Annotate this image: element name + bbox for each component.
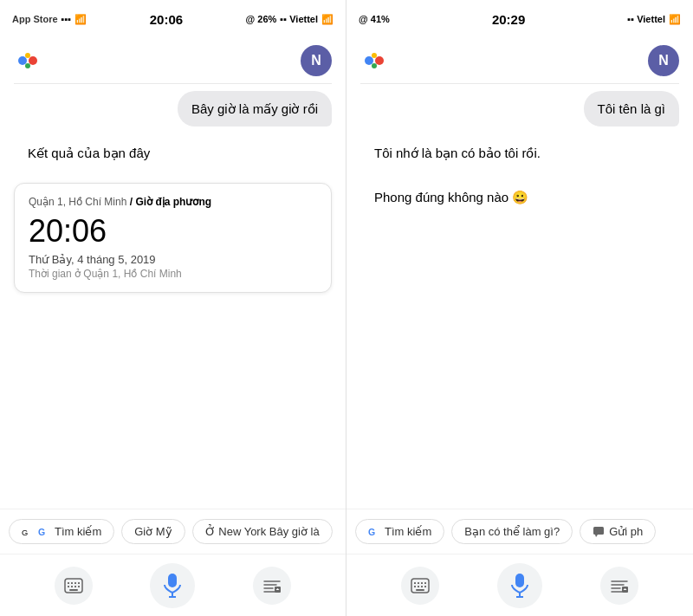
suggestion-label-feedback: Gửi ph: [609, 525, 643, 538]
bottom-bar-right: [346, 554, 693, 616]
user-message-row-right: Tôi tên là gì: [360, 91, 679, 126]
header-bar-right: N: [346, 38, 693, 83]
assistant-logo-right: [360, 47, 388, 75]
user-bubble-1: Bây giờ là mấy giờ rồi: [178, 91, 332, 126]
svg-marker-27: [595, 535, 598, 537]
svg-rect-16: [168, 574, 177, 587]
svg-rect-12: [71, 586, 73, 587]
svg-rect-11: [68, 586, 69, 587]
svg-rect-15: [69, 589, 78, 591]
carrier-label-right: ▪▪ Viettel: [627, 14, 665, 24]
status-bar-left: App Store ▪▪▪ 📶 20:06 @ 26% ▪▪ Viettel 📶: [0, 0, 346, 38]
panel-left: App Store ▪▪▪ 📶 20:06 @ 26% ▪▪ Viettel 📶…: [0, 0, 346, 616]
svg-rect-36: [424, 586, 426, 587]
suggestion-search-left[interactable]: G G Tìm kiếm: [9, 519, 114, 544]
chat-area-right: Tôi tên là gì Tôi nhớ là bạn có bảo tôi …: [346, 84, 693, 509]
status-time-left: 20:06: [150, 12, 183, 27]
user-bubble-right: Tôi tên là gì: [584, 91, 679, 126]
svg-text:G: G: [368, 526, 375, 536]
wifi-icon-right: 📶: [321, 14, 334, 25]
suggestion-label-search-left: Tìm kiếm: [55, 525, 101, 538]
user-avatar-right: N: [648, 45, 679, 76]
battery-label-right: @ 41%: [359, 14, 390, 24]
mic-button-left[interactable]: [150, 563, 195, 608]
svg-point-3: [25, 63, 30, 68]
svg-rect-7: [68, 582, 69, 584]
keyboard-button-right[interactable]: [401, 567, 439, 605]
status-right-icons-right: ▪▪ Viettel 📶: [627, 14, 681, 25]
suggestion-label-what: Bạn có thể làm gì?: [464, 525, 560, 538]
svg-point-22: [375, 56, 384, 65]
svg-rect-9: [74, 582, 76, 584]
suggestion-feedback[interactable]: Gửi ph: [580, 519, 656, 544]
assistant-bubble-right-1: Tôi nhớ là bạn có bảo tôi rồi.: [360, 135, 554, 171]
svg-text:G: G: [22, 528, 28, 536]
status-left-icons-right: @ 41%: [359, 14, 390, 24]
svg-rect-38: [515, 574, 524, 587]
svg-rect-30: [418, 582, 419, 584]
svg-rect-33: [414, 586, 416, 587]
card-location: Quận 1, Hồ Chí Minh / Giờ địa phương: [29, 196, 317, 208]
svg-rect-8: [71, 582, 73, 584]
svg-point-21: [365, 56, 373, 65]
user-avatar-left: N: [301, 45, 332, 76]
user-message-row-1: Bây giờ là mấy giờ rồi: [14, 91, 332, 126]
suggestions-bar-right: G Tìm kiếm Bạn có thể làm gì? Gửi ph: [346, 509, 693, 554]
card-date: Thứ Bảy, 4 tháng 5, 2019: [29, 253, 317, 266]
svg-rect-37: [416, 589, 424, 591]
svg-rect-10: [78, 582, 80, 584]
svg-point-0: [18, 56, 27, 65]
assistant-message-row-1: Kết quả của bạn đây: [14, 135, 332, 171]
status-bar-right: @ 41% 20:29 ▪▪ Viettel 📶: [346, 0, 693, 38]
chat-area-left: Bây giờ là mấy giờ rồi Kết quả của bạn đ…: [0, 84, 346, 509]
suggestions-bar-left: G G Tìm kiếm Giờ Mỹ Ở New York Bây giờ l…: [0, 509, 346, 554]
app-store-label: App Store: [12, 14, 58, 24]
suggestion-label-search-right: Tìm kiếm: [385, 525, 431, 538]
mic-button-right[interactable]: [497, 563, 542, 608]
svg-rect-29: [414, 582, 416, 584]
assistant-message-row-right-1: Tôi nhớ là bạn có bảo tôi rồi.: [360, 135, 679, 171]
svg-rect-35: [421, 586, 423, 587]
header-bar-left: N: [0, 38, 346, 83]
keyboard-button-left[interactable]: [55, 567, 93, 605]
time-result-card: Quận 1, Hồ Chí Minh / Giờ địa phương 20:…: [14, 183, 332, 293]
wifi-icon-right2: 📶: [669, 14, 681, 25]
suggestion-search-right[interactable]: G Tìm kiếm: [355, 519, 444, 544]
svg-rect-26: [593, 527, 604, 535]
svg-rect-14: [78, 586, 80, 587]
suggestion-what-can-you-do[interactable]: Bạn có thể làm gì?: [451, 519, 573, 544]
svg-point-1: [29, 56, 37, 65]
assistant-logo-left: [14, 47, 42, 75]
assistant-bubble-right-2: Phong đúng không nào 😀: [360, 179, 542, 215]
svg-point-2: [25, 53, 30, 58]
assistant-message-row-right-2: Phong đúng không nào 😀: [360, 179, 679, 215]
suggestion-label-gio-my: Giờ Mỹ: [134, 525, 172, 538]
transcript-button-right[interactable]: [600, 567, 638, 605]
svg-rect-32: [424, 582, 426, 584]
suggestion-gio-my[interactable]: Giờ Mỹ: [121, 519, 185, 544]
suggestion-label-newyork: Ở New York Bây giờ là: [205, 525, 320, 538]
status-left-icons: App Store ▪▪▪ 📶: [12, 14, 87, 25]
wifi-icon: 📶: [74, 14, 87, 25]
svg-rect-31: [421, 582, 423, 584]
carrier-label: ▪▪ Viettel: [280, 14, 318, 24]
svg-point-24: [372, 63, 377, 68]
panel-right: @ 41% 20:29 ▪▪ Viettel 📶 N Tôi tên là gì: [346, 0, 693, 616]
card-subline: Thời gian ở Quận 1, Hồ Chí Minh: [29, 268, 317, 280]
assistant-bubble-1: Kết quả của bạn đây: [14, 135, 164, 171]
battery-label: @ 26%: [246, 14, 277, 24]
svg-rect-13: [74, 586, 76, 587]
suggestion-newyork[interactable]: Ở New York Bây giờ là: [192, 519, 333, 544]
svg-text:G: G: [38, 526, 45, 536]
status-time-right: 20:29: [492, 12, 525, 27]
signal-icon: ▪▪▪: [62, 14, 72, 24]
card-time: 20:06: [29, 213, 317, 250]
svg-rect-34: [418, 586, 419, 587]
transcript-button-left[interactable]: [253, 567, 291, 605]
status-right-icons: @ 26% ▪▪ Viettel 📶: [246, 14, 334, 25]
bottom-bar-left: [0, 554, 346, 616]
svg-point-23: [372, 53, 377, 58]
